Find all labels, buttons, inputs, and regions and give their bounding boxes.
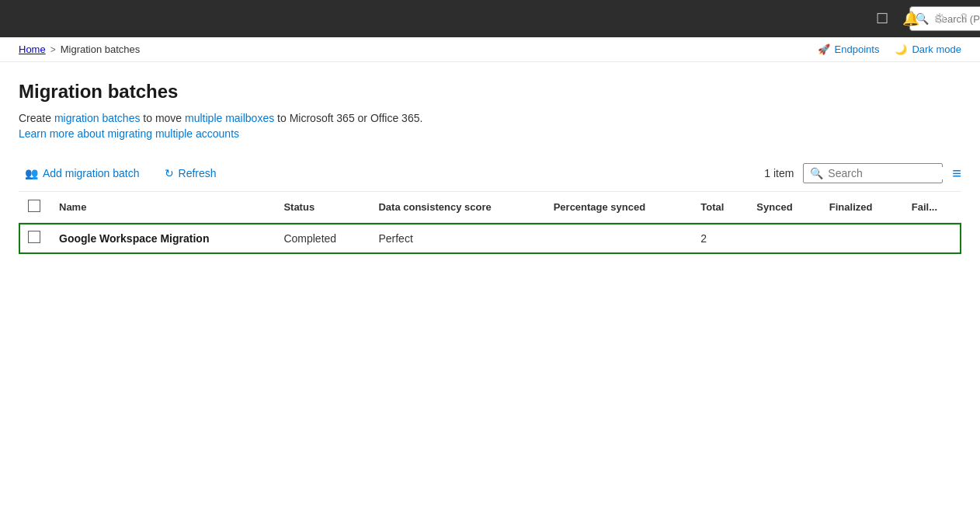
page-description: Create migration batches to move multipl… xyxy=(19,112,961,124)
row-total: 2 xyxy=(691,223,747,254)
table-container: Name Status Data consistency score Perce… xyxy=(19,192,961,254)
add-migration-batch-button[interactable]: 👥 Add migration batch xyxy=(19,164,146,183)
desc-mid: to move xyxy=(140,112,185,124)
row-name: Google Workspace Migration xyxy=(50,223,274,254)
col-percentage-synced: Percentage synced xyxy=(544,192,692,223)
migration-batches-table: Name Status Data consistency score Perce… xyxy=(19,192,961,254)
learn-more: Learn more about migrating multiple acco… xyxy=(19,127,961,140)
desc-end: to Microsoft 365 or Office 365. xyxy=(274,112,422,124)
col-status: Status xyxy=(274,192,369,223)
help-icon[interactable]: ? xyxy=(960,12,968,26)
col-checkbox xyxy=(19,192,50,223)
refresh-button[interactable]: ↻ Refresh xyxy=(158,164,223,183)
col-data-consistency: Data consistency score xyxy=(369,192,544,223)
toolbar-left: 👥 Add migration batch ↻ Refresh xyxy=(19,164,223,183)
main-content: Migration batches Create migration batch… xyxy=(0,62,980,254)
add-migration-batch-label: Add migration batch xyxy=(43,167,140,179)
col-total: Total xyxy=(691,192,747,223)
topbar-icons: ☐ 🔔 ⚙ ? xyxy=(876,10,968,27)
table-search-box[interactable]: 🔍 xyxy=(803,163,943,183)
darkmode-label: Dark mode xyxy=(912,44,961,55)
row-failed xyxy=(902,223,961,254)
breadcrumb-current: Migration batches xyxy=(61,44,141,55)
bell-icon[interactable]: 🔔 xyxy=(902,10,919,27)
breadcrumb-home[interactable]: Home xyxy=(19,44,46,55)
monitor-icon[interactable]: ☐ xyxy=(876,10,888,27)
endpoints-label: Endpoints xyxy=(835,44,880,55)
row-checkbox[interactable] xyxy=(28,231,40,243)
filter-icon[interactable]: ≡ xyxy=(952,165,961,183)
table-row[interactable]: Google Workspace Migration Completed Per… xyxy=(19,223,961,254)
topbar: 🔍 ☐ 🔔 ⚙ ? xyxy=(0,0,980,37)
endpoints-button[interactable]: 🚀 Endpoints xyxy=(818,44,880,55)
item-count: 1 item xyxy=(764,167,794,179)
col-synced: Synced xyxy=(747,192,819,223)
breadcrumb-separator: > xyxy=(50,44,56,55)
refresh-label: Refresh xyxy=(179,167,217,179)
toolbar: 👥 Add migration batch ↻ Refresh 1 item 🔍… xyxy=(19,155,961,192)
table-search-icon: 🔍 xyxy=(810,167,823,179)
add-icon: 👥 xyxy=(25,167,38,179)
row-status: Completed xyxy=(274,223,369,254)
select-all-checkbox[interactable] xyxy=(28,200,40,212)
breadcrumb-row: Home > Migration batches 🚀 Endpoints 🌙 D… xyxy=(0,37,980,62)
settings-icon[interactable]: ⚙ xyxy=(933,10,946,27)
col-name: Name xyxy=(50,192,274,223)
table-body: Google Workspace Migration Completed Per… xyxy=(19,223,961,254)
col-failed: Fail... xyxy=(902,192,961,223)
darkmode-icon: 🌙 xyxy=(895,44,907,55)
toolbar-right: 1 item 🔍 ≡ xyxy=(764,163,961,183)
refresh-icon: ↻ xyxy=(165,167,174,179)
table-search-input[interactable] xyxy=(828,167,964,179)
col-finalized: Finalized xyxy=(820,192,902,223)
row-finalized xyxy=(820,223,902,254)
desc-plain: Create xyxy=(19,112,54,124)
page-title: Migration batches xyxy=(19,81,961,103)
breadcrumb-actions: 🚀 Endpoints 🌙 Dark mode xyxy=(818,44,961,55)
row-data-consistency: Perfect xyxy=(369,223,544,254)
table-header: Name Status Data consistency score Perce… xyxy=(19,192,961,223)
learn-more-link[interactable]: Learn more about migrating multiple acco… xyxy=(19,127,239,140)
desc-link-migration-batches[interactable]: migration batches xyxy=(54,112,141,124)
endpoints-icon: 🚀 xyxy=(818,44,830,55)
row-synced xyxy=(747,223,819,254)
darkmode-button[interactable]: 🌙 Dark mode xyxy=(895,44,961,55)
row-checkbox-cell xyxy=(19,223,50,254)
row-percentage-synced xyxy=(544,223,692,254)
desc-link-multiple-mailboxes[interactable]: multiple mailboxes xyxy=(185,112,274,124)
breadcrumb: Home > Migration batches xyxy=(19,44,140,55)
